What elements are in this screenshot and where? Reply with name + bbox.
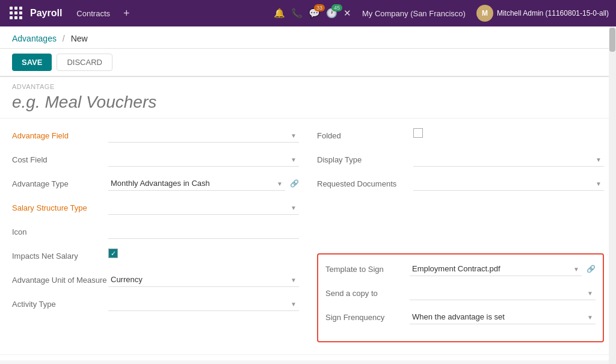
save-button[interactable]: SAVE <box>12 54 52 71</box>
activity-type-control: ▼ <box>108 297 299 311</box>
right-column: Folded Display Type ▼ <box>317 128 604 342</box>
folded-control <box>413 128 604 138</box>
activity-type-select-wrapper: ▼ <box>108 297 299 311</box>
impacts-net-salary-control <box>108 248 299 258</box>
cost-field-row: Cost Field ▼ <box>12 152 299 169</box>
impacts-net-salary-row: Impacts Net Salary <box>12 248 299 265</box>
send-copy-row: Send a copy to ▼ <box>325 286 596 303</box>
notification-icon[interactable]: 🔔 <box>274 8 285 19</box>
activity-icon[interactable]: 🕐 45 <box>326 8 337 19</box>
sign-frequency-select[interactable]: When the advantage is set <box>410 310 596 324</box>
scroll-thumb[interactable] <box>609 28 615 52</box>
user-avatar: M <box>476 5 493 22</box>
template-to-sign-select-wrapper: Employment Contract.pdf ▼ <box>410 262 582 276</box>
scroll-track[interactable] <box>609 26 616 364</box>
template-to-sign-control: Employment Contract.pdf ▼ 🔗 <box>410 262 596 276</box>
cost-field-select[interactable] <box>108 152 299 167</box>
activity-type-label: Activity Type <box>12 297 108 310</box>
signing-section: Template to Sign Employment Contract.pdf… <box>317 253 604 342</box>
send-copy-label: Send a copy to <box>325 286 410 299</box>
form-body: Advantage Field ▼ Cost Field <box>0 119 616 352</box>
sign-frequency-label: Sign Frenquency <box>325 310 410 323</box>
advantage-type-select[interactable]: Monthly Advantages in Cash <box>108 176 285 191</box>
user-name: Mitchell Admin (11160801-15-0-all) <box>497 9 609 17</box>
phone-icon[interactable]: 📞 <box>291 8 303 19</box>
form-title-input[interactable] <box>12 90 604 114</box>
icon-field-row: Icon <box>12 224 299 241</box>
salary-structure-type-select[interactable] <box>108 200 299 215</box>
folded-row: Folded <box>317 128 604 145</box>
sign-frequency-control: When the advantage is set ▼ <box>410 310 596 324</box>
cost-field-control: ▼ <box>108 152 299 167</box>
advantage-type-select-wrapper: Monthly Advantages in Cash ▼ <box>108 176 285 191</box>
display-type-control: ▼ <box>413 152 604 167</box>
advantage-unit-control: Currency ▼ <box>108 273 299 287</box>
requested-documents-select[interactable] <box>413 176 604 191</box>
breadcrumb-current: New <box>71 34 88 43</box>
advantage-type-row: Advantage Type Monthly Advantages in Cas… <box>12 176 299 193</box>
advantage-unit-label: Advantage Unit of Measure <box>12 273 108 286</box>
form-title-hint: Advantage <box>12 83 604 90</box>
discard-button[interactable]: DISCARD <box>57 54 112 71</box>
apps-menu-icon[interactable] <box>7 4 25 22</box>
action-bar: SAVE DISCARD <box>0 49 616 76</box>
form-header: Advantage <box>0 77 616 119</box>
salary-structure-type-row: Salary Structure Type ▼ <box>12 200 299 217</box>
new-record-icon[interactable]: + <box>120 7 134 20</box>
left-column: Advantage Field ▼ Cost Field <box>12 128 317 342</box>
salary-structure-type-select-wrapper: ▼ <box>108 200 299 215</box>
salary-structure-type-label: Salary Structure Type <box>12 200 108 214</box>
cost-field-select-wrapper: ▼ <box>108 152 299 167</box>
advantage-field-select[interactable] <box>108 128 299 143</box>
impacts-net-salary-checkbox[interactable] <box>108 248 118 258</box>
app-title: Payroll <box>30 8 62 19</box>
template-to-sign-row: Template to Sign Employment Contract.pdf… <box>325 262 596 279</box>
template-to-sign-external-link[interactable]: 🔗 <box>587 265 596 273</box>
activity-type-row: Activity Type ▼ <box>12 297 299 313</box>
advantage-type-external-link[interactable]: 🔗 <box>290 179 299 188</box>
advantage-unit-select-wrapper: Currency ▼ <box>108 273 299 287</box>
breadcrumb: Advantages / New <box>12 34 88 43</box>
page-wrapper: Payroll Contracts + 🔔 📞 💬 33 🕐 45 ✕ My C… <box>0 0 616 364</box>
close-icon[interactable]: ✕ <box>343 8 351 19</box>
salary-structure-type-control: ▼ <box>108 200 299 215</box>
breadcrumb-parent[interactable]: Advantages <box>12 34 57 43</box>
display-type-select[interactable] <box>413 152 604 167</box>
chat-icon[interactable]: 💬 33 <box>309 8 320 19</box>
activity-badge: 45 <box>331 4 342 11</box>
send-copy-select-wrapper: ▼ <box>410 286 596 300</box>
advantage-unit-select[interactable]: Currency <box>108 273 299 287</box>
advantage-field-row: Advantage Field ▼ <box>12 128 299 145</box>
nav-icons: 🔔 📞 💬 33 🕐 45 ✕ <box>274 8 351 19</box>
company-name[interactable]: My Company (San Francisco) <box>362 9 466 18</box>
breadcrumb-bar: Advantages / New <box>0 26 616 49</box>
breadcrumb-separator: / <box>63 34 65 43</box>
requested-documents-label: Requested Documents <box>317 176 413 190</box>
display-type-select-wrapper: ▼ <box>413 152 604 167</box>
advantage-type-label: Advantage Type <box>12 176 108 190</box>
nav-contracts[interactable]: Contracts <box>72 7 115 20</box>
folded-checkbox[interactable] <box>413 128 423 138</box>
advantage-field-label: Advantage Field <box>12 128 108 141</box>
activity-type-select[interactable] <box>108 297 299 311</box>
top-navigation: Payroll Contracts + 🔔 📞 💬 33 🕐 45 ✕ My C… <box>0 0 616 26</box>
impacts-net-salary-label: Impacts Net Salary <box>12 248 108 262</box>
sign-frequency-select-wrapper: When the advantage is set ▼ <box>410 310 596 324</box>
user-menu[interactable]: M Mitchell Admin (11160801-15-0-all) <box>476 5 609 22</box>
display-type-label: Display Type <box>317 152 413 165</box>
template-to-sign-label: Template to Sign <box>325 262 410 275</box>
icon-field-label: Icon <box>12 224 108 238</box>
advantage-type-control: Monthly Advantages in Cash ▼ 🔗 <box>108 176 299 191</box>
display-type-row: Display Type ▼ <box>317 152 604 169</box>
advantage-field-control: ▼ <box>108 128 299 143</box>
requested-documents-select-wrapper: ▼ <box>413 176 604 191</box>
sign-frequency-row: Sign Frenquency When the advantage is se… <box>325 310 596 327</box>
folded-label: Folded <box>317 128 413 141</box>
advantage-field-select-wrapper: ▼ <box>108 128 299 143</box>
send-copy-select[interactable] <box>410 286 596 300</box>
cost-field-label: Cost Field <box>12 152 108 165</box>
icon-field-input[interactable] <box>108 224 299 239</box>
send-copy-control: ▼ <box>410 286 596 300</box>
form-footer: Hide Description Description <box>0 354 616 360</box>
template-to-sign-select[interactable]: Employment Contract.pdf <box>410 262 582 276</box>
